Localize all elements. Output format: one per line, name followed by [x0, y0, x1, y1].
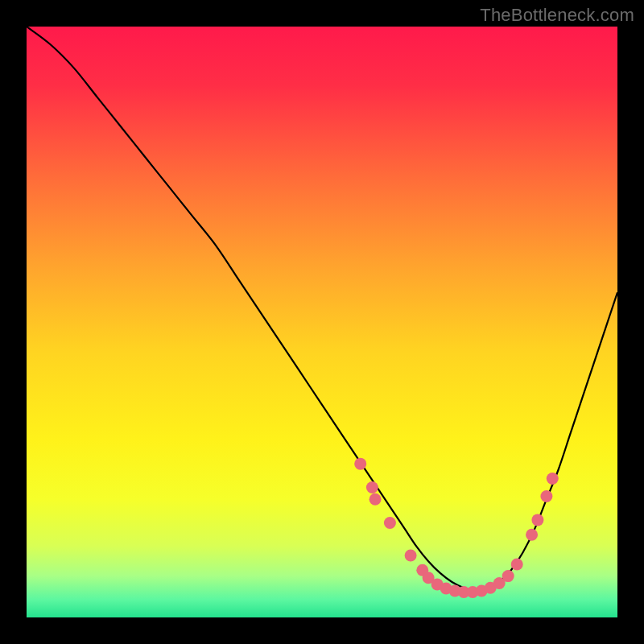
dot — [354, 458, 366, 470]
watermark-text: TheBottleneck.com — [480, 5, 634, 26]
bottleneck-curve — [27, 27, 617, 591]
dot — [526, 529, 538, 541]
dot — [511, 558, 523, 570]
dot — [540, 490, 552, 502]
dot — [531, 514, 543, 526]
plot-area — [27, 27, 617, 617]
dot — [547, 473, 559, 485]
highlight-dots — [354, 458, 559, 598]
dot — [366, 481, 378, 493]
dot — [502, 570, 514, 582]
curve-layer — [27, 27, 617, 617]
outer-frame: TheBottleneck.com — [0, 0, 644, 644]
dot — [384, 517, 396, 529]
dot — [405, 549, 417, 561]
dot — [369, 493, 382, 506]
